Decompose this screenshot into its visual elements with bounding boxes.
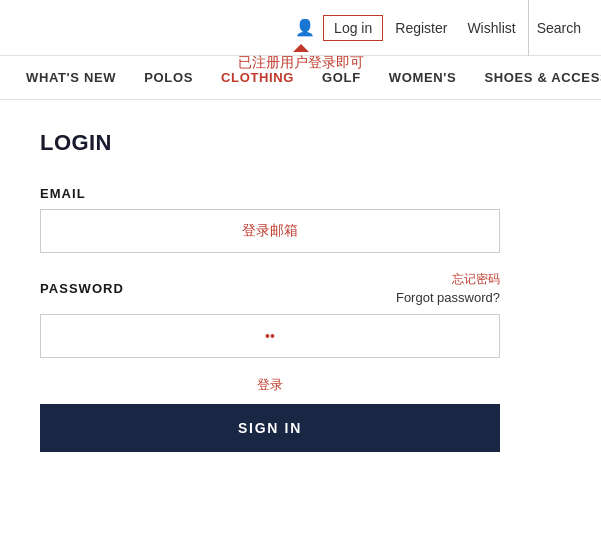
header: 👤 Log in Register Wishlist Search 已注册用户登…	[0, 0, 601, 56]
wishlist-button[interactable]: Wishlist	[459, 20, 523, 36]
email-label: EMAIL	[40, 186, 500, 201]
forgot-password-link[interactable]: Forgot password?	[396, 290, 500, 305]
password-label: PASSWORD	[40, 281, 124, 296]
register-button[interactable]: Register	[387, 20, 455, 36]
password-row: PASSWORD 忘记密码 Forgot password?	[40, 271, 500, 306]
forgot-password-area: 忘记密码 Forgot password?	[396, 271, 500, 306]
login-button[interactable]: Log in	[323, 15, 383, 41]
email-input[interactable]	[40, 209, 500, 253]
tooltip-wrapper: 已注册用户登录即可	[238, 44, 364, 72]
tooltip-arrow	[293, 44, 309, 52]
nav-item-whats-new[interactable]: WHAT'S NEW	[12, 56, 130, 100]
user-icon: 👤	[295, 18, 315, 37]
search-area[interactable]: Search	[528, 0, 589, 56]
nav-item-polos[interactable]: POLOS	[130, 56, 207, 100]
login-title: LOGIN	[40, 130, 500, 156]
main-content: LOGIN EMAIL PASSWORD 忘记密码 Forgot passwor…	[0, 100, 540, 482]
tooltip-text: 已注册用户登录即可	[238, 54, 364, 72]
signin-button[interactable]: SIGN IN	[40, 404, 500, 452]
email-group: EMAIL	[40, 186, 500, 253]
nav-item-womens[interactable]: WOMEN'S	[375, 56, 471, 100]
nav-item-shoes[interactable]: SHOES & ACCESSORI...	[470, 56, 601, 100]
forgot-chinese-text: 忘记密码	[396, 271, 500, 288]
password-input[interactable]	[40, 314, 500, 358]
signin-chinese-label: 登录	[40, 376, 500, 394]
password-group: PASSWORD 忘记密码 Forgot password?	[40, 271, 500, 358]
